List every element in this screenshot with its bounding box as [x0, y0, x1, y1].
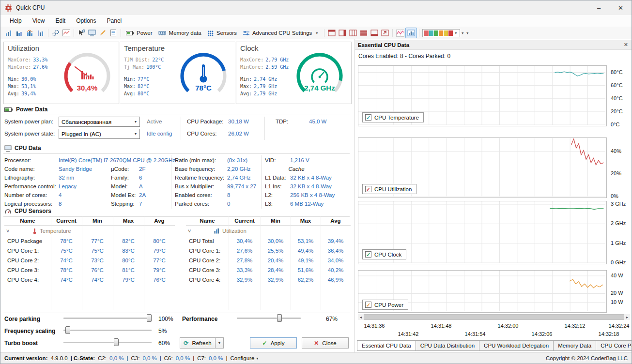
sensor-row: CPU Core 1:27,6%25,5%49,4%36,4%: [186, 246, 351, 256]
layout-rows-icon[interactable]: [358, 28, 369, 38]
slider-thumb[interactable]: [114, 338, 119, 346]
layout-columns-icon[interactable]: [348, 28, 358, 38]
idle-config-link[interactable]: Idle config: [147, 131, 172, 136]
cpu-data-column-2: µCode:2FFamily:6Model:AModel Ex:2ASteppi…: [111, 156, 146, 208]
scroll-left-icon[interactable]: ◄: [358, 314, 364, 320]
thermometer-icon: [32, 228, 37, 234]
chart-panel-toggle-icon[interactable]: [405, 28, 417, 38]
performance-slider[interactable]: [237, 314, 301, 322]
advanced-cpu-settings-button[interactable]: Advanced CPU Settings ▾: [240, 29, 322, 37]
color-swatch: [434, 30, 438, 36]
palette-chevron-down-icon[interactable]: ▾: [460, 31, 465, 35]
cpu-power-checkbox[interactable]: ✓: [365, 302, 371, 308]
divider: [3, 313, 350, 313]
performance-value: 67%: [326, 316, 338, 322]
refresh-button[interactable]: ⟳ Refresh: [180, 337, 216, 349]
menu-item-panel[interactable]: Panel: [102, 16, 127, 26]
close-label: Close: [322, 340, 336, 346]
bar-chart-icon-4[interactable]: [35, 28, 46, 38]
cpu-temperature-legend: ✓ CPU Temperature: [362, 112, 424, 122]
color-palette-dropdown[interactable]: ▾: [422, 29, 460, 37]
frequency-scaling-value: 5%: [158, 328, 167, 334]
tab-cpu-workload-delegation[interactable]: CPU Workload Delegation: [479, 340, 554, 351]
core-parking-slider[interactable]: [63, 314, 152, 322]
bar-chart-icon-3[interactable]: [25, 28, 35, 38]
slider-thumb[interactable]: [277, 314, 282, 322]
slider-thumb[interactable]: [65, 326, 70, 334]
cpu-clock-checkbox[interactable]: ✓: [365, 251, 371, 258]
cpu-package-value: 30,18 W: [228, 119, 249, 124]
cpu-data-row: Model Ex:2A: [111, 191, 146, 199]
cpu-data-row: Bus x Multiplier:99,774 x 27: [175, 182, 256, 191]
gauge-top-stats: MaxCore:2,79 GHzMinCore:2,59 GHz: [240, 57, 289, 72]
export-window-icon[interactable]: [380, 28, 390, 38]
status-bar: Current version: 4.9.0.0 | C-State: C2:0…: [0, 352, 632, 364]
close-button[interactable]: ✕: [610, 0, 632, 15]
frequency-scaling-slider[interactable]: [63, 326, 152, 334]
utilization-group-row[interactable]: ˅ Utilization: [186, 226, 351, 236]
sensor-row: CPU Core 3:78°C76°C81°C79°C: [4, 265, 175, 275]
scrollbar-thumb[interactable]: [364, 314, 624, 320]
horizontal-scrollbar[interactable]: ◄ ►: [358, 314, 630, 320]
refresh-dropdown-button[interactable]: ▾: [215, 337, 224, 349]
divider: [3, 115, 350, 115]
power-plan-dropdown[interactable]: Сбалансированная ▾: [59, 117, 140, 127]
gauge-stat-row: MinCore:2,59 GHz: [240, 64, 289, 72]
turbo-boost-slider[interactable]: [63, 338, 152, 347]
line-chart-icon[interactable]: [395, 28, 405, 38]
menu-item-options[interactable]: Options: [71, 16, 101, 26]
cpu-sensors-icon: [4, 208, 12, 214]
edit-pen-icon[interactable]: [97, 28, 108, 38]
menu-item-view[interactable]: View: [27, 16, 50, 26]
cursor-settings-icon[interactable]: [76, 28, 87, 38]
chevron-down-icon[interactable]: ˅: [188, 228, 195, 234]
title-bar: Quick CPU – ✕: [0, 0, 632, 15]
y-axis-label: 1 GHz: [611, 240, 626, 246]
close-panel-icon[interactable]: ✕: [624, 42, 628, 48]
menu-item-help[interactable]: Help: [4, 16, 27, 26]
monitor-icon[interactable]: [87, 28, 97, 38]
temperature-group-row[interactable]: ˅ Temperature: [4, 226, 175, 236]
slider-track[interactable]: [63, 330, 152, 331]
cpu-utilization-checkbox[interactable]: ✓: [365, 186, 371, 192]
utilization-gauge: [57, 50, 118, 101]
gauge-title: Clock: [240, 44, 259, 52]
gears-icon[interactable]: [50, 28, 61, 38]
y-axis: 80°C60°C40°C20°C0°C: [609, 65, 632, 126]
menu-item-edit[interactable]: Edit: [50, 16, 71, 26]
cpu-data-row: Lithography:32 nm: [4, 173, 175, 182]
separator: |: [193, 355, 194, 361]
apply-button[interactable]: ✓ Apply: [250, 337, 297, 349]
configure-dropdown[interactable]: Configure ▾: [230, 355, 258, 361]
sensor-row: CPU Core 4:32,9%32,9%62,2%46,9%: [186, 275, 351, 285]
toolbar-overflow-chevron-icon[interactable]: ▾: [465, 31, 470, 35]
cpu-data-row: L1 Data:32 KB x 4 8-Way: [265, 173, 335, 182]
tab-cpu-core-parking[interactable]: CPU Core Parking: [596, 340, 632, 351]
cstate-value: 0,0 %: [176, 355, 190, 361]
minimize-button[interactable]: –: [588, 0, 610, 15]
scroll-right-icon[interactable]: ►: [624, 314, 630, 320]
cpu-temperature-checkbox[interactable]: ✓: [365, 114, 371, 121]
report-icon[interactable]: [108, 28, 119, 38]
slider-track[interactable]: [63, 342, 152, 343]
slider-track[interactable]: [63, 318, 152, 319]
slider-track[interactable]: [237, 318, 301, 319]
power-state-dropdown[interactable]: Plugged In (AC) ▾: [59, 129, 140, 139]
tab-memory-data[interactable]: Memory Data: [553, 340, 596, 351]
tab-essential-cpu-data[interactable]: Essential CPU Data: [357, 340, 416, 351]
layout-right-icon[interactable]: [337, 28, 348, 38]
memory-data-button[interactable]: Memory data: [155, 29, 204, 37]
power-button[interactable]: Power: [123, 29, 155, 37]
layout-top-icon[interactable]: [326, 28, 337, 38]
bar-chart-icon-2[interactable]: [14, 28, 25, 38]
cpu-data-column-1: Processor:Intel(R) Core(TM) i7-2670QM CP…: [4, 156, 175, 208]
cpu-cores-power-value: 26,02 W: [228, 131, 249, 136]
layout-bottom-icon[interactable]: [369, 28, 380, 38]
sensors-button[interactable]: Sensors: [204, 29, 240, 37]
bar-chart-icon-1[interactable]: [3, 28, 14, 38]
tab-cpu-data-distribution[interactable]: CPU Data Distribution: [416, 340, 479, 351]
graph-image-icon[interactable]: [61, 28, 72, 38]
slider-thumb[interactable]: [147, 314, 152, 322]
close-action-button[interactable]: ✕ Close: [302, 337, 349, 349]
chevron-down-icon[interactable]: ˅: [6, 228, 13, 234]
